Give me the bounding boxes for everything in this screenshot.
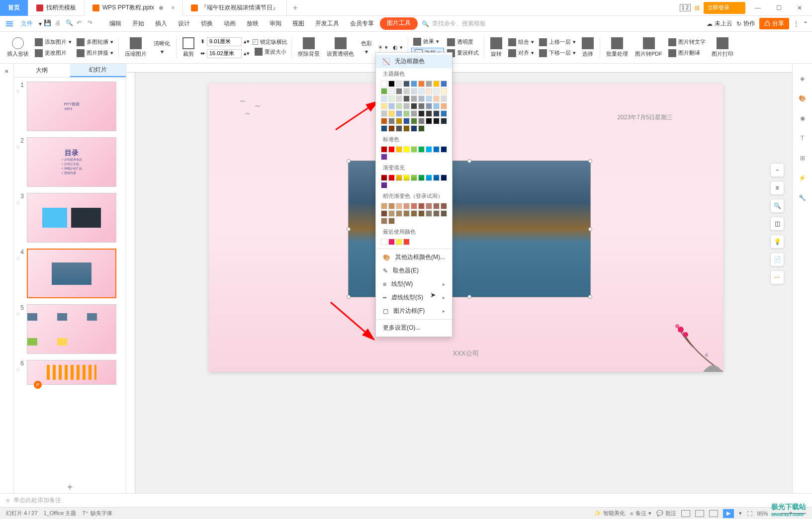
float-page-icon[interactable]: 📄 bbox=[770, 253, 784, 266]
notes-bar[interactable]: ≡ 单击此处添加备注 bbox=[0, 493, 812, 507]
color-swatch[interactable] bbox=[396, 103, 402, 109]
color-swatch[interactable] bbox=[441, 88, 447, 94]
menu-member[interactable]: 会员专享 bbox=[345, 17, 379, 30]
tb-pic-print[interactable]: 图片打印 bbox=[709, 37, 736, 58]
menu-transition[interactable]: 切换 bbox=[196, 17, 218, 30]
smart-beauty-button[interactable]: ✨智能美化 bbox=[594, 510, 625, 517]
color-swatch[interactable] bbox=[403, 125, 410, 132]
color-swatch[interactable] bbox=[388, 239, 395, 245]
lock-ratio-checkbox[interactable]: 锁定纵横比 bbox=[253, 38, 288, 46]
color-swatch[interactable] bbox=[433, 146, 440, 153]
tb-transparency[interactable]: 设置透明色 bbox=[324, 37, 357, 58]
dd-line-type[interactable]: ≡线型(W)▸ bbox=[376, 277, 452, 291]
color-swatch[interactable] bbox=[418, 210, 425, 217]
move-down-button[interactable]: 下移一层▾ bbox=[537, 48, 578, 58]
color-swatch[interactable] bbox=[426, 110, 432, 117]
view-reading[interactable] bbox=[709, 510, 718, 517]
rt-text-icon[interactable]: T bbox=[798, 133, 808, 143]
resize-handle-tm[interactable] bbox=[467, 159, 471, 163]
color-swatch[interactable] bbox=[403, 118, 410, 124]
resize-handle-mr[interactable] bbox=[588, 227, 592, 231]
layout-icon[interactable]: 1 2 bbox=[680, 4, 691, 11]
login-button[interactable]: 立即登录 bbox=[704, 2, 745, 14]
stepper-icon[interactable]: ▴▾ bbox=[244, 38, 250, 45]
color-swatch[interactable] bbox=[388, 95, 395, 102]
color-swatch[interactable] bbox=[388, 88, 395, 94]
color-swatch[interactable] bbox=[426, 118, 432, 124]
slideshow-play[interactable]: ▶ bbox=[723, 509, 734, 518]
color-swatch[interactable] bbox=[388, 110, 395, 117]
color-swatch[interactable] bbox=[381, 95, 387, 102]
color-swatch[interactable] bbox=[396, 146, 402, 153]
color-swatch[interactable] bbox=[441, 203, 447, 209]
menu-edit[interactable]: 编辑 bbox=[104, 17, 126, 30]
thumbnail-selected[interactable] bbox=[27, 249, 116, 298]
color-swatch[interactable] bbox=[418, 81, 425, 87]
tb-batch[interactable]: 批量处理 bbox=[603, 37, 631, 58]
redo-icon[interactable]: ↷ bbox=[88, 19, 96, 28]
color-swatch[interactable] bbox=[381, 88, 387, 94]
reset-size-button[interactable]: 重设大小 bbox=[253, 47, 288, 57]
cloud-status[interactable]: ☁未上云 bbox=[707, 19, 732, 28]
brightness-button[interactable]: ☀▾ bbox=[376, 43, 390, 52]
color-swatch[interactable] bbox=[433, 95, 440, 102]
color-swatch[interactable] bbox=[418, 103, 425, 109]
color-swatch[interactable] bbox=[418, 146, 425, 153]
color-swatch[interactable] bbox=[388, 174, 395, 181]
resize-handle-tr[interactable] bbox=[588, 159, 592, 163]
color-swatch[interactable] bbox=[396, 239, 402, 245]
color-swatch[interactable] bbox=[433, 174, 440, 181]
outline-tab[interactable]: 大纲 bbox=[14, 64, 70, 77]
color-swatch[interactable] bbox=[441, 95, 447, 102]
color-swatch[interactable] bbox=[426, 203, 432, 209]
view-normal[interactable] bbox=[681, 510, 690, 517]
canvas-content[interactable]: 2023年7月5日星期三 ～ ～ ～ XXX公司 4 bbox=[149, 84, 782, 483]
menu-file[interactable]: 文件 bbox=[17, 19, 37, 28]
color-swatch[interactable] bbox=[381, 146, 387, 153]
menu-recent-icon[interactable]: ▾ bbox=[39, 20, 42, 27]
color-swatch[interactable] bbox=[396, 81, 402, 87]
color-swatch[interactable] bbox=[381, 103, 387, 109]
tb-compress[interactable]: 压缩图片 bbox=[122, 37, 150, 58]
color-swatch[interactable] bbox=[403, 203, 410, 209]
color-swatch[interactable] bbox=[396, 88, 402, 94]
tb-color[interactable]: 色彩▾ bbox=[358, 40, 375, 55]
color-swatch[interactable] bbox=[441, 103, 447, 109]
save-icon[interactable]: 💾 bbox=[44, 19, 53, 28]
color-swatch[interactable] bbox=[418, 125, 425, 132]
tab-close-icon[interactable]: × bbox=[171, 4, 175, 11]
color-swatch[interactable] bbox=[411, 103, 417, 109]
tb-to-pdf[interactable]: 图片转PDF bbox=[632, 37, 665, 58]
slide-thumb-1[interactable]: 1☆ PPT教程·PPT bbox=[16, 82, 124, 131]
float-crop-icon[interactable]: ◫ bbox=[770, 217, 784, 231]
group-button[interactable]: 组合▾ bbox=[506, 37, 536, 47]
color-swatch[interactable] bbox=[411, 88, 417, 94]
color-swatch[interactable] bbox=[403, 81, 410, 87]
color-swatch[interactable] bbox=[441, 210, 447, 217]
change-picture-button[interactable]: 更改图片 bbox=[33, 48, 74, 58]
color-swatch[interactable] bbox=[388, 210, 395, 217]
chevron-up-icon[interactable]: ⌃ bbox=[803, 20, 808, 27]
thumbnail[interactable] bbox=[27, 304, 116, 354]
color-swatch[interactable] bbox=[403, 146, 410, 153]
color-swatch[interactable] bbox=[381, 182, 387, 188]
new-tab-button[interactable]: + bbox=[287, 3, 303, 12]
menu-devtools[interactable]: 开发工具 bbox=[310, 17, 344, 30]
color-swatch[interactable] bbox=[441, 146, 447, 153]
dd-dash-type[interactable]: ┅虚线线型(S)▸ bbox=[376, 291, 452, 304]
notes-toggle[interactable]: ≡备注▾ bbox=[630, 510, 651, 517]
color-swatch[interactable] bbox=[411, 174, 417, 181]
share-button[interactable]: 凸分享 bbox=[759, 18, 789, 29]
tb-sharpen[interactable]: 清晰化▾ bbox=[151, 40, 173, 55]
undo-icon[interactable]: ↶ bbox=[77, 19, 86, 28]
status-missing-font[interactable]: T⁺缺失字体 bbox=[82, 510, 112, 517]
color-swatch[interactable] bbox=[433, 103, 440, 109]
color-swatch[interactable] bbox=[411, 81, 417, 87]
color-swatch[interactable] bbox=[396, 210, 402, 217]
insert-shape-label[interactable]: 插入形状 bbox=[7, 50, 29, 58]
color-swatch[interactable] bbox=[388, 203, 395, 209]
color-swatch[interactable] bbox=[403, 210, 410, 217]
print-icon[interactable]: 🖨 bbox=[55, 19, 64, 28]
color-swatch[interactable] bbox=[388, 146, 395, 153]
color-swatch[interactable] bbox=[411, 95, 417, 102]
